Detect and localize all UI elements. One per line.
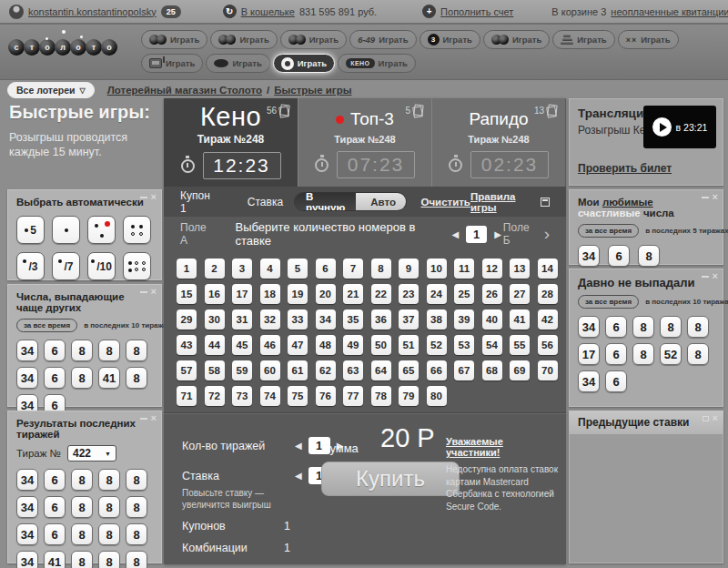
play-button-balls-2[interactable]: Играть <box>210 30 277 49</box>
close-icon[interactable]: × <box>151 288 157 296</box>
toggle-auto[interactable]: Авто <box>356 193 407 210</box>
play-button-6x49[interactable]: 6-49 Играть <box>349 30 416 49</box>
keno-number-cell[interactable]: 19 <box>288 284 308 304</box>
keno-number-cell[interactable]: 17 <box>232 284 252 304</box>
tab-keno[interactable]: 56 Кено Тираж №248 12:23 <box>164 98 298 187</box>
keno-number-cell[interactable]: 40 <box>482 309 502 330</box>
play-button-puck[interactable]: Играть <box>206 54 269 73</box>
keno-number-cell[interactable]: 72 <box>205 386 225 406</box>
keno-number-cell[interactable]: 74 <box>260 386 280 406</box>
decrement-arrow-icon[interactable]: ◀ <box>293 469 304 482</box>
keno-number-cell[interactable]: 59 <box>232 360 252 380</box>
keno-number-cell[interactable]: 4 <box>260 259 280 279</box>
increment-arrow-icon[interactable]: ▶ <box>492 228 503 241</box>
keno-number-cell[interactable]: 55 <box>510 335 530 355</box>
keno-number-cell[interactable]: 3 <box>232 259 252 279</box>
keno-number-cell[interactable]: 64 <box>371 360 391 380</box>
keno-number-cell[interactable]: 6 <box>316 259 336 279</box>
keno-number-cell[interactable]: 70 <box>538 360 558 380</box>
rules-link[interactable]: Правила игры <box>470 191 535 213</box>
keno-number-cell[interactable]: 1 <box>177 259 197 279</box>
dice-5-button[interactable]: 5 <box>16 216 45 244</box>
keno-number-cell[interactable]: 12 <box>482 259 502 279</box>
keno-number-cell[interactable]: 37 <box>399 309 419 330</box>
keno-number-cell[interactable]: 45 <box>232 335 252 355</box>
keno-number-cell[interactable]: 25 <box>454 284 474 304</box>
keno-number-cell[interactable]: 77 <box>343 386 363 406</box>
lucky-link[interactable]: счастливые <box>578 208 641 218</box>
minimize-icon[interactable] <box>702 276 709 278</box>
keno-number-cell[interactable]: 80 <box>427 386 447 406</box>
keno-number-cell[interactable]: 5 <box>288 259 308 279</box>
dice-third-button[interactable]: /3 <box>16 252 45 280</box>
play-button-balls-3[interactable]: Играть <box>280 30 347 49</box>
close-icon[interactable]: × <box>151 193 157 201</box>
keno-number-cell[interactable]: 13 <box>510 259 530 279</box>
keno-number-cell[interactable]: 23 <box>399 284 419 304</box>
video-thumbnail[interactable]: в 23:21 <box>643 106 716 148</box>
keno-number-cell[interactable]: 28 <box>538 284 558 304</box>
keno-number-cell[interactable]: 15 <box>177 284 197 304</box>
keno-number-cell[interactable]: 75 <box>288 386 308 406</box>
dice-four-dots-button[interactable] <box>123 216 151 244</box>
breadcrumb-current-link[interactable]: Быстрые игры <box>274 85 351 96</box>
tab-all-time[interactable]: за все время <box>578 224 639 238</box>
keno-number-cell[interactable]: 60 <box>260 360 280 380</box>
play-button-balls-4[interactable]: Играть <box>483 30 550 49</box>
keno-number-cell[interactable]: 58 <box>205 360 225 380</box>
keno-number-cell[interactable]: 65 <box>399 360 419 380</box>
keno-number-cell[interactable]: 63 <box>343 360 363 380</box>
stoloto-logo[interactable]: столото <box>9 39 117 56</box>
keno-number-cell[interactable]: 56 <box>538 335 558 355</box>
dice-many-dots-button[interactable] <box>123 252 151 280</box>
keno-number-cell[interactable]: 49 <box>343 335 363 355</box>
keno-number-cell[interactable]: 67 <box>454 360 474 380</box>
keno-number-cell[interactable]: 36 <box>371 309 391 330</box>
refresh-icon[interactable]: ↻ <box>223 5 237 18</box>
tab-all-time[interactable]: за все время <box>16 319 77 332</box>
keno-number-cell[interactable]: 14 <box>538 259 558 279</box>
play-button-gold[interactable]: Играть <box>552 30 614 49</box>
keno-number-cell[interactable]: 27 <box>510 284 530 304</box>
topup-link[interactable]: Пополнить счет <box>440 6 513 17</box>
field-b-link[interactable]: Поле Б › <box>503 221 550 247</box>
draw-select[interactable]: 422 ▼ <box>67 445 116 462</box>
keno-number-cell[interactable]: 48 <box>316 335 336 355</box>
keno-number-cell[interactable]: 61 <box>288 360 308 380</box>
buy-button[interactable]: Купить <box>321 462 460 496</box>
decrement-arrow-icon[interactable]: ◀ <box>450 228 461 241</box>
keno-number-cell[interactable]: 11 <box>454 259 474 279</box>
keno-number-cell[interactable]: 22 <box>371 284 391 304</box>
wallet-link[interactable]: В кошельке <box>241 6 295 17</box>
tab-last-draws[interactable]: в последних 10 тиражах <box>645 298 728 306</box>
tab-last-draws[interactable]: в последних 10 тиражах <box>84 321 171 330</box>
keno-number-cell[interactable]: 50 <box>371 335 391 355</box>
keno-number-cell[interactable]: 21 <box>343 284 363 304</box>
username-link[interactable]: konstantin.konstantinopolsky <box>28 6 157 17</box>
keno-number-cell[interactable]: 32 <box>260 309 280 330</box>
keno-number-cell[interactable]: 44 <box>205 335 225 355</box>
keno-number-cell[interactable]: 52 <box>427 335 447 355</box>
bet-mode-toggle[interactable]: В ручную Авто <box>294 192 407 211</box>
keno-number-cell[interactable]: 30 <box>205 309 225 330</box>
keno-number-cell[interactable]: 62 <box>316 360 336 380</box>
keno-number-cell[interactable]: 38 <box>427 309 447 330</box>
keno-number-cell[interactable]: 53 <box>454 335 474 355</box>
play-button-ball-3[interactable]: 3 Играть <box>420 30 480 49</box>
keno-number-cell[interactable]: 46 <box>260 335 280 355</box>
cart-link[interactable]: неоплаченные квитанции <box>611 6 728 17</box>
minimize-icon[interactable] <box>140 291 147 293</box>
restore-icon[interactable] <box>703 416 709 421</box>
keno-number-cell[interactable]: 68 <box>482 360 502 380</box>
breadcrumb-root-link[interactable]: Лотерейный магазин Столото <box>107 85 262 96</box>
close-icon[interactable]: × <box>713 414 718 422</box>
keno-number-cell[interactable]: 24 <box>427 284 447 304</box>
keno-number-cell[interactable]: 18 <box>260 284 280 304</box>
play-icon[interactable] <box>652 117 672 137</box>
keno-number-cell[interactable]: 69 <box>510 360 530 380</box>
keno-number-cell[interactable]: 16 <box>205 284 225 304</box>
keno-number-cell[interactable]: 29 <box>177 309 197 330</box>
keno-number-cell[interactable]: 41 <box>510 309 530 330</box>
keno-number-cell[interactable]: 57 <box>177 360 197 380</box>
keno-number-cell[interactable]: 31 <box>232 309 252 330</box>
